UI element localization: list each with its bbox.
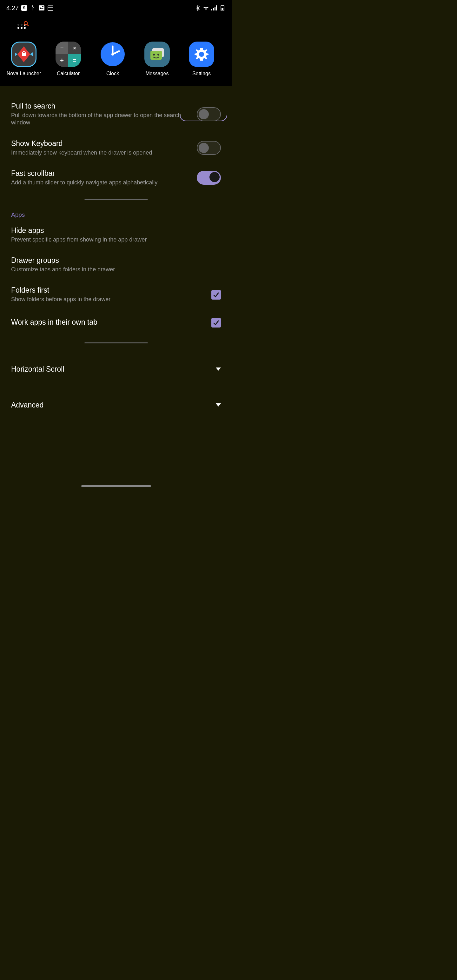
bluetooth-icon xyxy=(194,5,201,11)
app-row: Nova Launcher − × + = Calculator xyxy=(5,41,227,76)
svg-point-22 xyxy=(111,53,114,56)
setting-title: Work apps in their own tab xyxy=(11,318,205,326)
svg-point-25 xyxy=(153,54,155,56)
chevron-down-icon xyxy=(216,368,221,371)
notif-icon-calendar xyxy=(47,5,54,11)
setting-pull-to-search[interactable]: Pull to search Pull down towards the bot… xyxy=(0,95,232,133)
app-label: Clock xyxy=(106,71,119,76)
app-messages[interactable]: Messages xyxy=(140,41,175,76)
section-divider xyxy=(84,342,148,344)
setting-desc: Show folders before apps in the drawer xyxy=(11,296,205,303)
section-divider xyxy=(84,199,148,200)
svg-text:−: − xyxy=(60,45,64,51)
app-label: Settings xyxy=(192,71,211,76)
svg-rect-7 xyxy=(216,5,217,11)
expandable-advanced[interactable]: Advanced xyxy=(0,392,232,418)
svg-rect-9 xyxy=(222,5,223,5)
notif-icon-s: S xyxy=(21,5,27,11)
svg-point-2 xyxy=(42,6,43,7)
setting-title: Hide apps xyxy=(11,226,221,235)
setting-title: Pull to search xyxy=(11,102,190,110)
notif-icon-image xyxy=(38,5,45,11)
svg-point-27 xyxy=(199,52,204,57)
setting-fast-scrollbar[interactable]: Fast scrollbar Add a thumb slider to qui… xyxy=(0,163,232,192)
setting-title: Folders first xyxy=(11,286,205,294)
setting-desc: Prevent specific apps from showing in th… xyxy=(11,236,221,243)
svg-point-26 xyxy=(158,54,159,56)
section-header-apps: Apps xyxy=(0,207,232,220)
checkbox-folders-first[interactable] xyxy=(211,290,221,299)
toggle-pull-to-search[interactable] xyxy=(197,107,221,121)
svg-rect-12 xyxy=(22,53,26,56)
svg-rect-5 xyxy=(213,8,214,11)
signal-icon xyxy=(211,5,217,11)
expandable-title: Advanced xyxy=(11,401,43,409)
setting-title: Drawer groups xyxy=(11,256,221,265)
status-left: 4:27 S xyxy=(6,5,54,12)
checkbox-work-apps-tab[interactable] xyxy=(211,318,221,328)
app-label: Calculator xyxy=(57,71,80,76)
svg-rect-10 xyxy=(221,8,223,10)
settings-panel: Pull to search Pull down towards the bot… xyxy=(0,86,232,418)
app-calculator[interactable]: − × + = Calculator xyxy=(51,41,86,76)
setting-title: Show Keyboard xyxy=(11,139,190,148)
chevron-down-icon xyxy=(216,403,221,407)
setting-title: Fast scrollbar xyxy=(11,169,190,178)
toggle-show-keyboard[interactable] xyxy=(197,141,221,155)
app-tray: Nova Launcher − × + = Calculator xyxy=(0,16,232,86)
svg-rect-1 xyxy=(39,5,45,11)
svg-text:×: × xyxy=(73,45,76,51)
setting-desc: Pull down towards the bottom of the app … xyxy=(11,112,190,127)
svg-text:+: + xyxy=(60,57,64,64)
setting-desc: Immediately show keyboard when the drawe… xyxy=(11,149,190,156)
setting-show-keyboard[interactable]: Show Keyboard Immediately show keyboard … xyxy=(0,133,232,163)
app-label: Nova Launcher xyxy=(7,71,41,76)
wifi-icon xyxy=(203,5,209,11)
setting-hide-apps[interactable]: Hide apps Prevent specific apps from sho… xyxy=(0,220,232,250)
svg-rect-3 xyxy=(48,6,53,11)
toggle-fast-scrollbar[interactable] xyxy=(197,171,221,185)
tray-header xyxy=(5,19,227,41)
expandable-horizontal-scroll[interactable]: Horizontal Scroll xyxy=(0,356,232,382)
app-nova-launcher[interactable]: Nova Launcher xyxy=(6,41,41,76)
battery-icon xyxy=(219,5,226,11)
nav-home-indicator[interactable] xyxy=(81,485,151,487)
tray-search-icon[interactable] xyxy=(18,24,26,29)
status-bar: 4:27 S xyxy=(0,0,232,16)
notif-icon-walking xyxy=(30,5,36,11)
app-label: Messages xyxy=(146,71,169,76)
svg-text:=: = xyxy=(73,57,76,64)
status-right xyxy=(194,5,226,11)
svg-point-0 xyxy=(32,5,33,7)
setting-desc: Customize tabs and folders in the drawer xyxy=(11,266,221,273)
svg-rect-6 xyxy=(215,7,215,11)
setting-drawer-groups[interactable]: Drawer groups Customize tabs and folders… xyxy=(0,250,232,280)
app-clock[interactable]: Clock xyxy=(95,41,130,76)
svg-point-11 xyxy=(24,22,27,25)
setting-desc: Add a thumb slider to quickly navigate a… xyxy=(11,179,190,186)
setting-folders-first[interactable]: Folders first Show folders before apps i… xyxy=(0,280,232,309)
app-settings[interactable]: Settings xyxy=(184,41,219,76)
svg-rect-4 xyxy=(211,9,212,11)
status-time: 4:27 xyxy=(6,5,19,12)
expandable-title: Horizontal Scroll xyxy=(11,365,64,374)
setting-work-apps-tab[interactable]: Work apps in their own tab xyxy=(0,310,232,336)
